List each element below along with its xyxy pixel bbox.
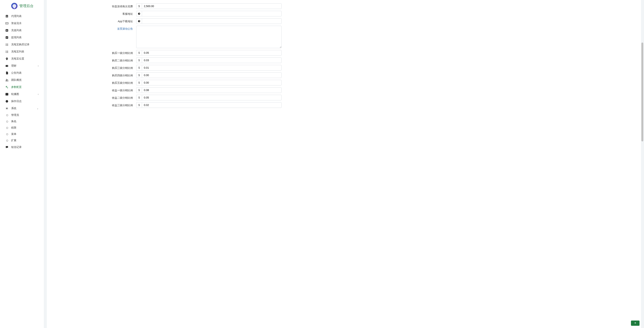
value-input[interactable] xyxy=(142,87,282,93)
sidebar: 管理后台 代理列表资金流水充值列表提现列表充电宝购买记录123充电宝列表充电宝位… xyxy=(0,0,44,328)
cash-icon xyxy=(5,22,11,25)
value-input[interactable] xyxy=(142,18,282,24)
sidebar-item-1[interactable]: 资金流水 xyxy=(0,20,44,27)
form-row-7: 购买四级分销比例$ xyxy=(47,72,641,78)
form-label: 首页滚动公告 xyxy=(50,26,136,31)
form-label: 转盘游戏每次花费 xyxy=(50,3,136,8)
chevron-left-icon: ‹ xyxy=(38,93,38,96)
input-group: $ xyxy=(136,102,282,108)
sidebar-item-label: 轮播图 xyxy=(11,93,19,96)
sidebar-item-13[interactable]: 系统⌄ xyxy=(0,105,44,112)
dollar-icon: $ xyxy=(136,102,142,108)
input-group: $ xyxy=(136,95,282,100)
sidebar-subitem-label: 管理员 xyxy=(11,113,19,117)
dollar-icon: $ xyxy=(136,3,142,9)
value-input[interactable] xyxy=(142,50,282,56)
form-label: 客服地址 xyxy=(50,11,136,16)
input-group: $ xyxy=(136,65,282,71)
sidebar-subitem-system-4[interactable]: 扩展 xyxy=(0,137,44,144)
scroll-to-top-button[interactable] xyxy=(631,320,640,326)
sidebar-item-12[interactable]: 操作日志 xyxy=(0,98,44,105)
svg-point-24 xyxy=(6,140,8,141)
form-row-5: 购买二级分销比例$ xyxy=(47,58,641,63)
form-label: 购买二级分销比例 xyxy=(50,58,136,62)
sidebar-item-2[interactable]: 充值列表 xyxy=(0,27,44,34)
main-content: 转盘游戏每次花费$客服地址App下载地址首页滚动公告购买一级分销比例$购买二级分… xyxy=(44,0,644,328)
dollar-icon: $ xyxy=(136,80,142,85)
input-group xyxy=(136,11,282,17)
cogs-icon xyxy=(5,85,11,89)
svg-rect-0 xyxy=(6,15,8,18)
sidebar-item-9[interactable]: 团队概览 xyxy=(0,77,44,84)
sidebar-item-3[interactable]: 提现列表 xyxy=(0,34,44,41)
comment-icon xyxy=(5,145,11,149)
sidebar-item-10[interactable]: 参数配置 xyxy=(0,84,44,91)
sidebar-item-8[interactable]: 公告列表 xyxy=(0,69,44,77)
sidebar-subitem-system-0[interactable]: 管理员 xyxy=(0,112,44,118)
image-icon xyxy=(5,93,11,96)
scrollbar-thumb[interactable] xyxy=(642,43,643,141)
dollar-icon: $ xyxy=(136,65,142,71)
sidebar-item-label: 团队概览 xyxy=(11,78,22,82)
sidebar-item-14[interactable]: 短信记录 xyxy=(0,144,44,151)
form-row-1: 客服地址 xyxy=(47,11,641,17)
chevron-down-icon: ⌄ xyxy=(37,107,38,110)
sidebar-item-11[interactable]: 轮播图‹ xyxy=(0,91,44,98)
form-row-2: App下载地址 xyxy=(47,18,641,24)
sidebar-item-0[interactable]: 代理列表 xyxy=(0,13,44,20)
sidebar-subitem-label: 角色 xyxy=(11,120,16,123)
value-input[interactable] xyxy=(142,102,282,108)
sidebar-subitem-system-3[interactable]: 菜单 xyxy=(0,131,44,137)
sidebar-item-label: 系统 xyxy=(11,107,16,110)
form-row-0: 转盘游戏每次花费$ xyxy=(47,3,641,9)
form-label: 购买一级分销比例 xyxy=(50,50,136,55)
circle-icon xyxy=(5,100,11,103)
dollar-icon: $ xyxy=(136,58,142,63)
form-row-3: 首页滚动公告 xyxy=(47,26,641,48)
doc-icon xyxy=(5,71,11,75)
input-group: $ xyxy=(136,87,282,93)
dollar-icon: $ xyxy=(136,50,142,56)
value-input[interactable] xyxy=(142,72,282,78)
sidebar-item-4[interactable]: 充电宝购买记录 xyxy=(0,41,44,48)
form-row-10: 收益二级分销比例$ xyxy=(47,95,641,100)
portrait-icon xyxy=(5,15,11,18)
input-group: $ xyxy=(136,50,282,56)
sidebar-subitem-system-2[interactable]: 权限 xyxy=(0,125,44,131)
svg-point-9 xyxy=(6,58,7,59)
app-title: 管理后台 xyxy=(20,4,34,9)
sidebar-item-7[interactable]: 理财‹ xyxy=(0,62,44,69)
wallet-icon xyxy=(5,64,11,68)
arrow-up-icon xyxy=(634,322,636,324)
value-input[interactable] xyxy=(142,95,282,100)
value-input[interactable] xyxy=(142,11,282,17)
sidebar-item-label: 短信记录 xyxy=(11,145,22,149)
announcement-textarea[interactable] xyxy=(136,26,282,48)
form-label: 收益三级分销比例 xyxy=(50,102,136,107)
dollar-icon: $ xyxy=(136,87,142,93)
dollar-icon: $ xyxy=(136,72,142,78)
sidebar-item-6[interactable]: 充电宝位置 xyxy=(0,55,44,62)
check-icon xyxy=(5,36,11,39)
sidebar-item-label: 代理列表 xyxy=(11,15,22,18)
form-label: 收益一级分销比例 xyxy=(50,87,136,92)
input-group: $ xyxy=(136,72,282,78)
circle-icon xyxy=(6,133,11,135)
users-icon xyxy=(5,78,11,82)
dollar-icon: $ xyxy=(136,95,142,100)
sidebar-subitem-system-1[interactable]: 角色 xyxy=(0,118,44,125)
value-input[interactable] xyxy=(142,65,282,71)
value-input[interactable] xyxy=(142,3,282,9)
scrollbar-track[interactable] xyxy=(641,0,644,328)
sidebar-item-label: 提现列表 xyxy=(11,36,22,39)
svg-point-12 xyxy=(6,79,7,80)
input-group: $ xyxy=(136,58,282,63)
ie-icon xyxy=(136,18,142,24)
svg-point-19 xyxy=(6,108,8,109)
value-input[interactable] xyxy=(142,80,282,85)
sidebar-item-5[interactable]: 123充电宝列表 xyxy=(0,48,44,55)
value-input[interactable] xyxy=(142,58,282,63)
svg-point-22 xyxy=(6,127,8,129)
form-row-11: 收益三级分销比例$ xyxy=(47,102,641,108)
svg-point-13 xyxy=(7,79,8,80)
